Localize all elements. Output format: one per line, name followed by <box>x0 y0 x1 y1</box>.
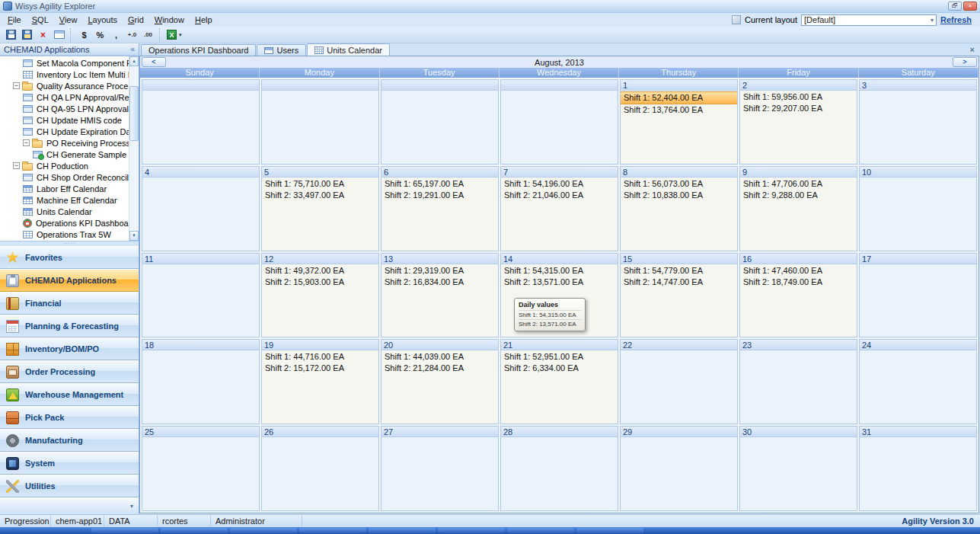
tree-item[interactable]: Labor Hours YTD Grid <box>0 240 129 241</box>
sidebar-group-financial[interactable]: Financial <box>0 292 139 315</box>
tree-item[interactable]: −Quality Assurance Process <box>0 80 129 91</box>
tab-operations-kpi-dashboard[interactable]: Operations KPI Dashboard <box>141 44 256 56</box>
tree-item[interactable]: CH Shop Order Reconciliation Pr... <box>0 171 129 183</box>
scroll-down-icon[interactable]: ▼ <box>129 231 139 241</box>
refresh-link[interactable]: Refresh <box>940 15 972 24</box>
scrollbar-thumb[interactable] <box>129 86 139 141</box>
calendar-day-cell[interactable]: 12Shift 1: 49,372.00 EAShift 2: 15,903.0… <box>261 253 379 338</box>
menu-sql[interactable]: SQL <box>27 14 54 26</box>
calendar-day-cell[interactable]: 17 <box>859 253 977 338</box>
calendar-day-cell[interactable]: 19Shift 1: 44,716.00 EAShift 2: 15,172.0… <box>261 339 379 424</box>
tree-item[interactable]: −CH Poduction <box>0 160 129 171</box>
calendar-day-cell[interactable]: 18 <box>142 339 260 424</box>
tree-item[interactable]: CH Update Expiration Date <box>0 126 129 137</box>
taskbar-item[interactable] <box>576 528 643 533</box>
sidebar-group-chemaid-applications[interactable]: CHEMAID Applications <box>0 269 139 292</box>
window-layout-button[interactable] <box>51 27 67 42</box>
calendar-day-cell[interactable]: 9Shift 1: 47,706.00 EAShift 2: 9,288.00 … <box>739 166 857 251</box>
export-excel-button[interactable]: X ▾ <box>165 27 184 42</box>
calendar-day-cell[interactable]: 7Shift 1: 54,196.00 EAShift 2: 21,046.00… <box>500 166 618 251</box>
sidebar-group-order-processing[interactable]: Order Processing <box>0 360 139 383</box>
calendar-day-cell[interactable]: 15Shift 1: 54,779.00 EAShift 2: 14,747.0… <box>620 253 738 338</box>
calendar-day-cell[interactable]: 27 <box>381 426 499 511</box>
calendar-day-cell[interactable]: 5Shift 1: 75,710.00 EAShift 2: 33,497.00… <box>261 166 379 251</box>
menu-window[interactable]: Window <box>149 14 190 26</box>
close-tab-icon[interactable]: × <box>970 46 975 54</box>
sidebar-group-favorites[interactable]: Favorites <box>0 246 139 269</box>
menu-layouts[interactable]: Layouts <box>82 14 123 26</box>
tree-scrollbar[interactable]: ▲ ▼ <box>129 56 139 241</box>
currency-format-button[interactable]: $ <box>76 27 92 42</box>
calendar-day-cell[interactable] <box>381 79 499 165</box>
taskbar-item[interactable] <box>161 528 228 533</box>
chevron-down-icon[interactable]: ▾ <box>130 503 133 510</box>
scroll-up-icon[interactable]: ▲ <box>129 56 139 66</box>
menu-file[interactable]: File <box>2 14 27 26</box>
sidebar-group-utilities[interactable]: Utilities <box>0 475 139 497</box>
sidebar-group-planning-forecasting[interactable]: Planning & Forecasting <box>0 315 139 337</box>
sidebar-group-pick-pack[interactable]: Pick Pack <box>0 406 139 429</box>
calendar-day-cell[interactable]: 16Shift 1: 47,460.00 EAShift 2: 18,749.0… <box>739 253 857 338</box>
collapse-expander-icon[interactable]: − <box>13 82 20 89</box>
taskbar-item[interactable] <box>507 528 574 533</box>
tree-item[interactable]: CH QA LPN Approval/Rejection <box>0 91 129 103</box>
tree-item[interactable]: CH Generate Sample Labels <box>0 149 129 160</box>
tree-item[interactable]: Machine Eff Calendar <box>0 194 129 206</box>
taskbar-item[interactable] <box>91 528 158 533</box>
collapse-expander-icon[interactable]: − <box>23 139 30 146</box>
sidebar-group-system[interactable]: System <box>0 452 139 475</box>
calendar-day-cell[interactable]: 29 <box>620 426 738 511</box>
tab-users[interactable]: Users <box>257 44 306 56</box>
tab-units-calendar[interactable]: Units Calendar <box>307 43 390 56</box>
calendar-day-cell[interactable]: 11 <box>142 253 260 338</box>
calendar-day-cell[interactable]: 26 <box>261 426 379 511</box>
menu-view[interactable]: View <box>54 14 83 26</box>
collapse-sidebar-button[interactable]: « <box>130 45 135 53</box>
menu-help[interactable]: Help <box>190 14 218 26</box>
calendar-day-cell[interactable]: 2Shift 1: 59,956.00 EAShift 2: 29,207.00… <box>739 79 857 165</box>
menu-grid[interactable]: Grid <box>123 14 149 26</box>
calendar-day-cell[interactable]: 24 <box>859 339 977 424</box>
sidebar-group-inventory-bom-po[interactable]: Inventory/BOM/PO <box>0 337 139 360</box>
prev-month-button[interactable]: < <box>142 57 166 67</box>
taskbar-item[interactable] <box>369 528 436 533</box>
percent-format-button[interactable]: % <box>92 27 108 42</box>
calendar-day-cell[interactable]: 1Shift 1: 52,404.00 EAShift 2: 13,764.00… <box>620 79 738 165</box>
calendar-day-cell[interactable]: 20Shift 1: 44,039.00 EAShift 2: 21,284.0… <box>381 339 499 424</box>
restore-button[interactable]: 🗗 <box>948 2 962 11</box>
calendar-day-cell[interactable]: 21Shift 1: 52,951.00 EAShift 2: 6,334.00… <box>500 339 618 424</box>
calendar-day-cell[interactable]: 4 <box>142 166 260 251</box>
tree-item[interactable]: CH QA-95 LPN Approval/Rejecti... <box>0 103 129 114</box>
calendar-day-cell[interactable]: 28 <box>500 426 618 511</box>
close-button[interactable]: × <box>963 2 977 11</box>
taskbar-item[interactable] <box>230 528 297 533</box>
calendar-day-cell[interactable]: 31 <box>859 426 977 511</box>
calendar-day-cell[interactable]: 30 <box>739 426 857 511</box>
tree-item[interactable]: Units Calendar <box>0 206 129 217</box>
calendar-day-cell[interactable] <box>261 79 379 165</box>
tree-item[interactable]: Operations KPI Dashboard <box>0 217 129 229</box>
sidebar-group-manufacturing[interactable]: Manufacturing <box>0 429 139 452</box>
tree-item[interactable]: Inventory Loc Item Multi Level <box>0 69 129 80</box>
tree-item[interactable]: −PO Receiving Process <box>0 137 129 149</box>
layout-select[interactable]: [Default] ▾ <box>801 14 937 26</box>
taskbar-item[interactable] <box>438 528 505 533</box>
calendar-day-cell[interactable]: 13Shift 1: 29,319.00 EAShift 2: 16,834.0… <box>381 253 499 338</box>
tree-item[interactable]: CH Update HMIS code <box>0 114 129 126</box>
calendar-day-cell[interactable]: 10 <box>859 166 977 251</box>
decrease-decimal-button[interactable]: .00 <box>140 27 156 42</box>
calendar-day-cell[interactable]: 3 <box>859 79 977 165</box>
calendar-day-cell[interactable]: 8Shift 1: 56,073.00 EAShift 2: 10,838.00… <box>620 166 738 251</box>
comma-format-button[interactable]: , <box>108 27 124 42</box>
calendar-day-cell[interactable]: 6Shift 1: 65,197.00 EAShift 2: 19,291.00… <box>381 166 499 251</box>
save-layout-button[interactable] <box>19 27 35 42</box>
save-button[interactable] <box>3 27 19 42</box>
taskbar-item[interactable] <box>299 528 366 533</box>
tree-item[interactable]: Labor Eff Calendar <box>0 183 129 194</box>
calendar-day-cell[interactable]: 22 <box>620 339 738 424</box>
sidebar-group-warehouse-management[interactable]: Warehouse Management <box>0 383 139 406</box>
collapse-expander-icon[interactable]: − <box>13 162 20 169</box>
tree-item[interactable]: Operations Trax 5W <box>0 229 129 240</box>
calendar-day-cell[interactable]: 25 <box>142 426 260 511</box>
increase-decimal-button[interactable]: +.0 <box>124 27 140 42</box>
